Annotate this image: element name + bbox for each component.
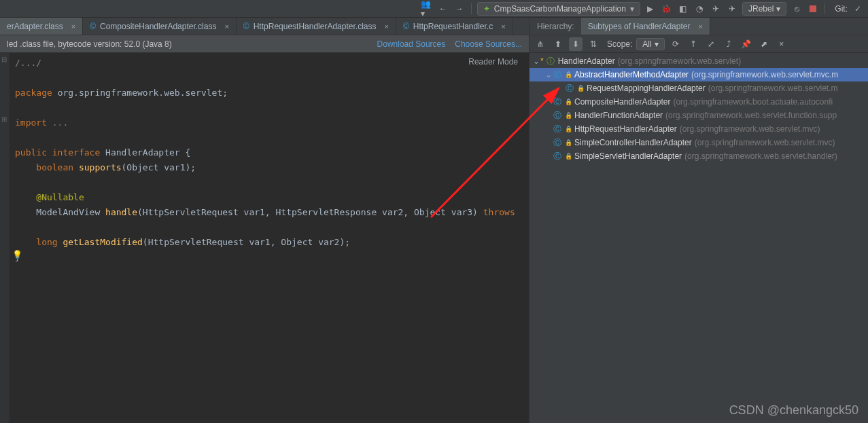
spring-icon: ✦ (483, 4, 490, 14)
fold-icon[interactable]: ⊞ (1, 115, 7, 123)
users-icon[interactable]: 👥▾ (421, 3, 433, 15)
tree-row[interactable]: ⌄Ⓒ🔒AbstractHandlerMethodAdapter(org.spri… (530, 68, 868, 81)
hierarchy-panel-label: Hierarchy: (530, 18, 581, 35)
tree-row[interactable]: Ⓒ🔒HttpRequestHandlerAdapter(org.springfr… (530, 122, 868, 136)
chevron-icon[interactable]: ⌄ (544, 70, 553, 79)
rocket2-icon[interactable]: ✈ (726, 3, 738, 15)
close-icon[interactable]: × (384, 22, 388, 31)
close-icon[interactable]: × (698, 22, 702, 31)
profile-icon[interactable]: ◔ (693, 3, 706, 15)
subtypes-icon[interactable]: ⬇ (569, 37, 583, 51)
tab-label: HttpRequestHandler.c (413, 22, 493, 31)
tree-node-package: (org.springframework.boot.actuate.autoco… (673, 97, 833, 107)
tab-label: erAdapter.class (7, 22, 63, 31)
tree-node-package: (org.springframework.web.servlet.m (708, 84, 838, 93)
tree-node-name: AbstractHandlerMethodAdapter (574, 70, 689, 79)
gutter: ⊟ ⊞ (0, 53, 10, 423)
class-icon: Ⓒ (553, 70, 562, 79)
debug-icon[interactable]: 🐞 (661, 3, 673, 15)
jrebel-selector[interactable]: JRebel ▾ (742, 2, 786, 16)
scope-value: All (642, 39, 651, 49)
lock-icon: 🔒 (565, 153, 572, 160)
tree-node-name: SimpleControllerHandlerAdapter (574, 138, 692, 147)
tree-row[interactable]: Ⓒ🔒SimpleControllerHandlerAdapter(org.spr… (530, 136, 868, 149)
git-update-icon[interactable]: ✓ (852, 3, 864, 15)
run-config-selector[interactable]: ✦ CmpSaasCarbonManageApplication ▾ (477, 2, 640, 16)
tree-node-package: (org.springframework.web.servlet) (618, 56, 741, 66)
class-icon: Ⓒ (553, 151, 562, 161)
hierarchy-tree[interactable]: ⌄*ⒾHandlerAdapter(org.springframework.we… (530, 53, 868, 423)
chevron-down-icon: ▾ (655, 39, 659, 49)
decompile-banner: led .class file, bytecode version: 52.0 … (0, 35, 529, 53)
tab-composite[interactable]: © CompositeHandlerAdapter.class × (83, 18, 237, 35)
run-config-label: CmpSaasCarbonManageApplication (494, 4, 626, 14)
lock-icon: 🔒 (565, 71, 572, 78)
tabs-row: erAdapter.class × © CompositeHandlerAdap… (0, 18, 868, 35)
fold-icon[interactable]: ⊟ (1, 56, 7, 63)
close-icon[interactable]: × (224, 22, 228, 31)
tree-row[interactable]: ⌄*ⒾHandlerAdapter(org.springframework.we… (530, 54, 868, 68)
lock-icon: 🔒 (565, 98, 572, 105)
tree-row[interactable]: Ⓒ🔒SimpleServletHandlerAdapter(org.spring… (530, 149, 868, 163)
expand-icon[interactable]: ⤢ (704, 37, 718, 51)
class-icon: Ⓒ (565, 84, 574, 93)
tree-node-name: CompositeHandlerAdapter (574, 97, 670, 107)
scope-dropdown[interactable]: All ▾ (636, 38, 664, 50)
tab-hierarchy[interactable]: Subtypes of HandlerAdapter × (581, 18, 710, 35)
tree-node-package: (org.springframework.web.servlet.mvc) (680, 124, 820, 134)
scope-label: Scope: (607, 39, 632, 49)
class-icon: © (403, 22, 409, 31)
source-code[interactable]: /.../ package org.springframework.web.se… (10, 53, 521, 423)
refresh-icon[interactable]: ⟳ (669, 37, 682, 51)
tree-node-package: (org.springframework.web.servlet.mvc.m (691, 70, 838, 79)
tree-row[interactable]: Ⓒ🔒HandlerFunctionAdapter(org.springframe… (530, 109, 868, 122)
tree-node-name: HandlerAdapter (558, 56, 615, 66)
supertypes-icon[interactable]: ⬆ (551, 37, 565, 51)
attach-icon[interactable]: ⎋ (791, 3, 803, 15)
chevron-icon[interactable]: ⌄ (532, 56, 540, 66)
coverage-icon[interactable]: ◧ (677, 3, 689, 15)
class-icon: Ⓒ (553, 138, 562, 147)
tree-node-package: (org.springframework.web.servlet.handler… (684, 151, 837, 161)
hierarchy-tabs: Hierarchy: Subtypes of HandlerAdapter × (530, 18, 868, 35)
class-hierarchy-icon[interactable]: ⋔ (534, 37, 547, 51)
sort-icon[interactable]: ⇅ (587, 37, 600, 51)
lock-icon: 🔒 (565, 126, 572, 132)
class-icon: © (90, 22, 96, 31)
pin-icon[interactable]: 📌 (740, 37, 753, 51)
tab-label: CompositeHandlerAdapter.class (100, 22, 216, 31)
intention-bulb-icon[interactable]: 💡 (12, 250, 22, 259)
class-icon: Ⓒ (553, 97, 562, 107)
lock-icon: 🔒 (565, 139, 572, 146)
rocket1-icon[interactable]: ✈ (710, 3, 722, 15)
stop-icon[interactable] (807, 3, 819, 15)
autoscroll-icon[interactable]: ⤒ (687, 37, 700, 51)
close-icon[interactable]: × (775, 37, 788, 51)
tab-label: HttpRequestHandlerAdapter.class (254, 22, 377, 31)
tab-httprequesthandleradapter[interactable]: © HttpRequestHandlerAdapter.class × (237, 18, 396, 35)
git-label: Git: (835, 4, 848, 14)
reader-mode-toggle[interactable]: Reader Mode (468, 57, 518, 67)
back-icon[interactable]: ← (437, 3, 449, 15)
export-icon[interactable]: ⤴ (722, 37, 735, 51)
run-icon[interactable]: ▶ (644, 3, 657, 15)
main-toolbar: 👥▾ ← → ✦ CmpSaasCarbonManageApplication … (0, 0, 868, 18)
close-icon[interactable]: × (501, 22, 505, 31)
tree-node-package: (org.springframework.web.servlet.mvc) (695, 138, 835, 147)
tab-eradapter[interactable]: erAdapter.class × (0, 18, 83, 35)
choose-sources-link[interactable]: Choose Sources... (455, 39, 522, 49)
close-icon[interactable]: × (71, 22, 75, 31)
hierarchy-panel: ⋔ ⬆ ⬇ ⇅ Scope: All ▾ ⟳ ⤒ ⤢ ⤴ 📌 ⬈ × ⌄*ⒾHa… (530, 35, 868, 423)
chevron-down-icon: ▾ (630, 4, 634, 14)
open-new-icon[interactable]: ⬈ (757, 37, 771, 51)
download-sources-link[interactable]: Download Sources (377, 39, 446, 49)
forward-icon[interactable]: → (453, 3, 466, 15)
tree-row[interactable]: Ⓒ🔒RequestMappingHandlerAdapter(org.sprin… (530, 81, 868, 95)
tree-node-name: HttpRequestHandlerAdapter (574, 124, 677, 134)
class-icon: Ⓒ (553, 111, 562, 120)
code-area[interactable]: ⊟ ⊞ /.../ package org.springframework.we… (0, 53, 529, 423)
tab-httprequesthandler[interactable]: © HttpRequestHandler.c × (396, 18, 513, 35)
tree-row[interactable]: Ⓒ🔒CompositeHandlerAdapter(org.springfram… (530, 95, 868, 109)
jrebel-label: JRebel (748, 4, 774, 14)
tab-label: Subtypes of HandlerAdapter (588, 22, 691, 31)
